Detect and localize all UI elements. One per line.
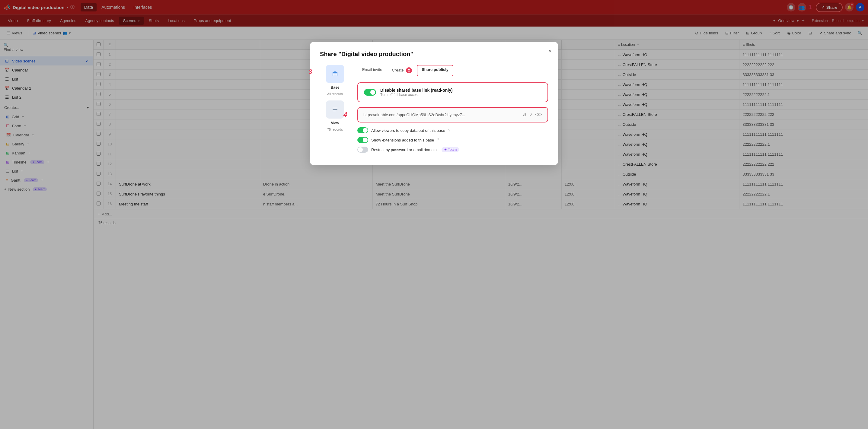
option-row-1: Allow viewers to copy data out of this b… (357, 127, 548, 133)
view-icon (326, 100, 344, 119)
step4-label: 4 (343, 111, 347, 119)
url-text: https://airtable.com/appoQHQMp59LIS2eB/s… (363, 112, 519, 117)
toggle-knob (370, 90, 375, 95)
restrict-team-badge: ✦ Team (441, 147, 459, 152)
svg-point-0 (334, 71, 336, 73)
url-section: https://airtable.com/appoQHQMp59LIS2eB/s… (357, 107, 548, 123)
modal-overlay[interactable]: Share "Digital video production" × 3 (0, 0, 868, 429)
toggle-desc: Turn off full base access (380, 93, 541, 97)
option-label-3: Restrict by password or email domain (371, 147, 437, 152)
view-label: View (331, 121, 339, 125)
toggle-knob-1 (363, 128, 368, 133)
base-link-toggle[interactable] (364, 89, 376, 96)
toggle-knob-2 (363, 138, 368, 142)
option-label-1: Allow viewers to copy data out of this b… (371, 128, 445, 133)
option-help-2[interactable]: ? (437, 138, 439, 142)
allow-copy-toggle[interactable] (357, 127, 368, 133)
share-modal: Share "Digital video production" × 3 (310, 42, 558, 165)
base-sublabel: All records (327, 92, 343, 96)
create-tab-label: Create (392, 68, 404, 72)
option-row-2: Show extensions added to this base ? (357, 137, 548, 143)
svg-rect-2 (333, 109, 337, 110)
step3-label: 3 (308, 68, 312, 76)
view-sublabel: 75 records (327, 128, 343, 131)
modal-main-content: Email invite Create 2 Share publicly (357, 65, 548, 156)
url-actions: ↺ ↗ </> (522, 112, 542, 118)
toggle-knob-3 (358, 147, 363, 152)
option-label-2: Show extensions added to this base (371, 138, 434, 142)
modal-tabs: Email invite Create 2 Share publicly (357, 65, 548, 76)
show-extensions-toggle[interactable] (357, 137, 368, 143)
modal-body: 3 Base All records (320, 65, 548, 156)
svg-rect-1 (333, 108, 337, 108)
toggle-section: Disable shared base link (read-only) Tur… (357, 82, 548, 102)
toggle-section-wrapper: Disable shared base link (read-only) Tur… (357, 82, 548, 102)
step2-badge: 2 (406, 67, 412, 73)
url-section-wrapper: 4 https://airtable.com/appoQHQMp59LIS2eB… (357, 107, 548, 123)
option-row-3: Restrict by password or email domain ✦ T… (357, 146, 548, 153)
toggle-text: Disable shared base link (read-only) Tur… (380, 88, 541, 97)
restrict-toggle[interactable] (357, 146, 368, 153)
svg-rect-3 (333, 111, 336, 111)
url-copy-icon[interactable]: </> (535, 112, 542, 118)
url-open-icon[interactable]: ↗ (529, 112, 533, 118)
toggle-title: Disable shared base link (read-only) (380, 88, 541, 93)
url-refresh-icon[interactable]: ↺ (522, 112, 526, 118)
modal-base-item[interactable]: Base All records (320, 65, 350, 96)
modal-title: Share "Digital video production" (320, 51, 548, 58)
option-help-1[interactable]: ? (448, 128, 450, 132)
base-step-wrapper: 3 Base All records (320, 65, 350, 96)
base-label: Base (331, 86, 340, 90)
base-icon (326, 65, 344, 83)
modal-tab-share[interactable]: Share publicly (417, 65, 453, 76)
modal-tab-email[interactable]: Email invite (357, 65, 387, 76)
modal-tab-create[interactable]: Create 2 (387, 65, 417, 76)
modal-close-btn[interactable]: × (548, 48, 552, 55)
